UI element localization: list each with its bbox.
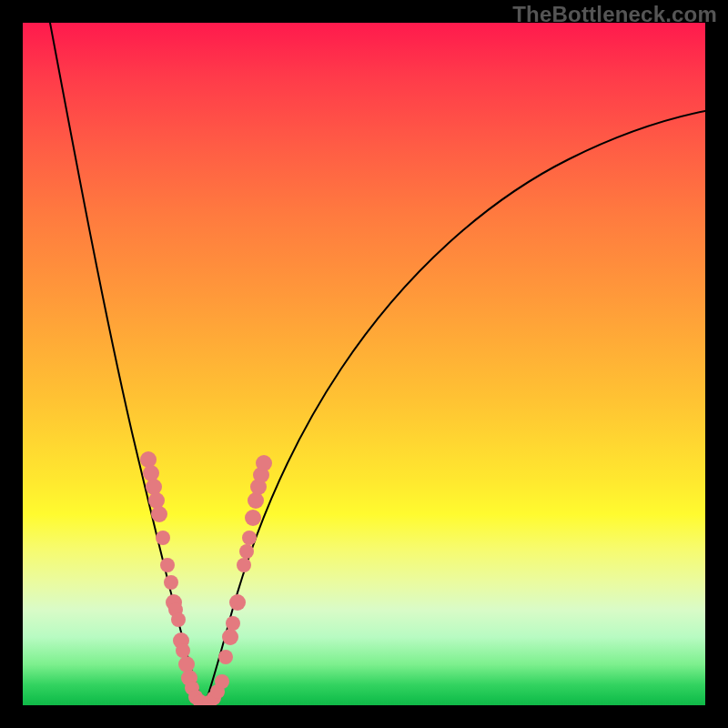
- marker-dot: [215, 674, 229, 689]
- marker-dot: [143, 465, 159, 481]
- marker-dot: [239, 544, 254, 559]
- marker-dot: [226, 616, 240, 631]
- marker-dot: [237, 558, 251, 572]
- chart-svg: [23, 23, 705, 705]
- marker-dot: [229, 594, 246, 611]
- marker-dot: [248, 492, 264, 509]
- marker-dot: [178, 656, 195, 672]
- outer-frame: TheBottleneck.com: [0, 0, 728, 728]
- marker-dot: [160, 558, 175, 572]
- right-curve: [205, 111, 705, 705]
- plot-area: [23, 23, 705, 705]
- marker-dot: [151, 506, 167, 522]
- marker-dot: [176, 643, 190, 658]
- marker-dot: [242, 531, 257, 545]
- marker-dot: [245, 510, 261, 526]
- marker-dot: [171, 612, 186, 627]
- marker-dot: [218, 650, 233, 664]
- marker-dot: [256, 455, 272, 471]
- watermark-text: TheBottleneck.com: [512, 2, 717, 27]
- marker-dot: [140, 451, 157, 468]
- marker-dot: [146, 479, 162, 495]
- marker-dot: [156, 531, 170, 545]
- marker-dot: [222, 629, 238, 645]
- marker-cluster: [140, 451, 272, 705]
- marker-dot: [148, 492, 165, 509]
- marker-dot: [164, 575, 178, 590]
